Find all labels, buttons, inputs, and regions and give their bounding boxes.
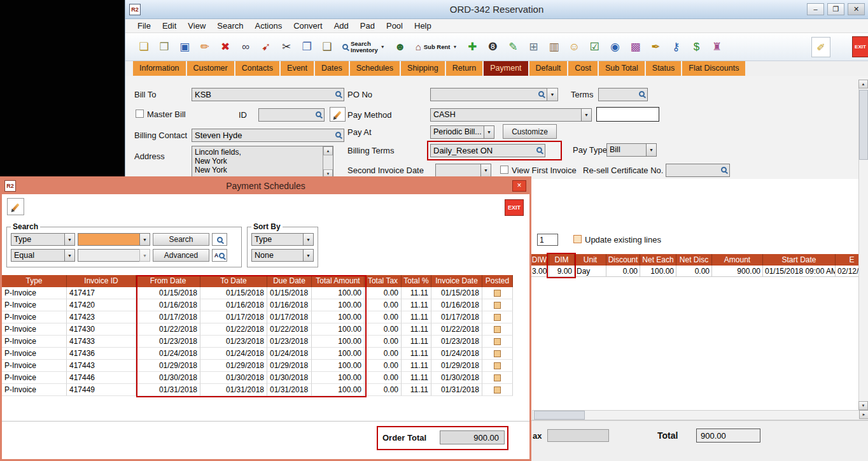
column-header[interactable]: Unit bbox=[575, 254, 606, 266]
tab-event[interactable]: Event bbox=[281, 61, 314, 76]
search-button[interactable]: Search bbox=[153, 233, 209, 246]
column-header[interactable]: Invoice ID bbox=[67, 275, 136, 287]
po-no-dropdown-button[interactable]: ▼ bbox=[547, 88, 558, 101]
export-icon[interactable]: ➹ bbox=[256, 36, 276, 59]
posted-checkbox[interactable] bbox=[494, 314, 501, 321]
table-row[interactable]: P-Invoice 417420 01/16/2018 01/16/2018 0… bbox=[2, 299, 513, 311]
copy-icon[interactable]: ❐ bbox=[297, 36, 316, 59]
resell-certificate-field[interactable] bbox=[666, 164, 730, 177]
search-lookup-button[interactable] bbox=[212, 233, 227, 246]
search-field-select[interactable]: Type ▼ bbox=[11, 233, 75, 246]
view-first-invoice-checkbox[interactable] bbox=[500, 166, 508, 174]
highlighter-icon[interactable]: ✐ bbox=[811, 37, 830, 57]
table-row[interactable]: P-Invoice 417430 01/22/2018 01/22/2018 0… bbox=[2, 323, 513, 336]
scrollbar-thumb[interactable] bbox=[534, 411, 585, 420]
column-header[interactable]: Total Amount bbox=[312, 275, 365, 287]
delete-icon[interactable]: ✖ bbox=[216, 36, 235, 59]
billing-terms-field[interactable]: Daily_Reset ON bbox=[430, 144, 545, 157]
dialog-exit-button[interactable]: EXIT bbox=[505, 199, 524, 216]
new-document-icon[interactable]: ❏ bbox=[134, 36, 153, 59]
vertical-scrollbar[interactable]: ▲ ▼ bbox=[858, 80, 868, 410]
column-header[interactable]: Net Each bbox=[640, 254, 676, 266]
column-header[interactable]: Type bbox=[2, 275, 67, 287]
search-value-select[interactable]: ▼ bbox=[78, 233, 150, 246]
edit-schedule-button[interactable] bbox=[7, 198, 24, 215]
edit-id-button[interactable] bbox=[330, 107, 346, 122]
tab-cost[interactable]: Cost bbox=[568, 61, 598, 76]
bill-to-field[interactable]: KSB bbox=[192, 88, 344, 101]
chevron-down-icon[interactable]: ▼ bbox=[303, 249, 314, 262]
scroll-down-icon[interactable]: ▼ bbox=[858, 401, 868, 410]
second-invoice-date-select[interactable]: ▼ bbox=[435, 164, 491, 177]
dialog-close-button[interactable]: × bbox=[512, 180, 526, 192]
table-row[interactable]: P-Invoice 417433 01/23/2018 01/23/2018 0… bbox=[2, 336, 513, 348]
posted-checkbox[interactable] bbox=[494, 326, 501, 333]
carts-icon[interactable]: ♜ bbox=[707, 36, 726, 59]
column-header[interactable]: Total Tax bbox=[365, 275, 402, 287]
minimize-button[interactable]: – bbox=[807, 3, 824, 15]
column-header[interactable]: DIM bbox=[549, 254, 575, 266]
posted-checkbox[interactable] bbox=[494, 302, 501, 309]
search-icon[interactable] bbox=[316, 111, 321, 117]
price-icon[interactable]: $ bbox=[687, 36, 706, 59]
paste-icon[interactable]: ❑ bbox=[318, 36, 337, 59]
tab-schedules[interactable]: Schedules bbox=[350, 61, 400, 76]
scroll-right-icon[interactable]: ► bbox=[859, 410, 868, 419]
pool-icon[interactable]: ❽ bbox=[483, 36, 502, 59]
search-icon[interactable] bbox=[536, 147, 542, 153]
chevron-down-icon[interactable]: ▼ bbox=[64, 233, 75, 246]
posted-checkbox[interactable] bbox=[494, 290, 501, 297]
posted-checkbox[interactable] bbox=[494, 387, 501, 394]
tab-contacts[interactable]: Contacts bbox=[235, 61, 279, 76]
column-header[interactable]: Posted bbox=[482, 275, 513, 287]
signature-icon[interactable]: ✒ bbox=[646, 36, 665, 59]
tab-dates[interactable]: Dates bbox=[315, 61, 349, 76]
tab-return[interactable]: Return bbox=[446, 61, 483, 76]
lines-grid-row[interactable]: 3.00 9.00 Day 0.00 100.00 0.00 900.00 01… bbox=[530, 266, 868, 277]
tab-payment[interactable]: Payment bbox=[484, 61, 528, 76]
chevron-down-icon[interactable]: ▼ bbox=[303, 233, 314, 246]
cut-icon[interactable]: ✂ bbox=[277, 36, 296, 59]
pay-method-select[interactable]: CASH ▼ bbox=[430, 108, 592, 122]
tab-shipping[interactable]: Shipping bbox=[401, 61, 445, 76]
column-header[interactable]: Amount bbox=[712, 254, 763, 266]
id-field[interactable] bbox=[258, 108, 325, 122]
update-existing-checkbox[interactable] bbox=[573, 235, 582, 243]
table-row[interactable]: P-Invoice 417417 01/15/2018 01/15/2018 0… bbox=[2, 287, 513, 299]
table-row[interactable]: P-Invoice 417446 01/30/2018 01/30/2018 0… bbox=[2, 372, 513, 384]
chevron-down-icon[interactable]: ▼ bbox=[484, 125, 494, 139]
chevron-down-icon[interactable]: ▼ bbox=[646, 143, 657, 157]
chevron-down-icon[interactable]: ▼ bbox=[139, 233, 150, 246]
line-qty-input[interactable] bbox=[537, 234, 558, 246]
posted-checkbox[interactable] bbox=[494, 350, 501, 357]
advanced-lookup-button[interactable]: A bbox=[212, 249, 227, 262]
menu-item[interactable]: Pool bbox=[381, 20, 409, 32]
table-row[interactable]: P-Invoice 417443 01/29/2018 01/29/2018 0… bbox=[2, 360, 513, 372]
column-header[interactable]: Invoice Date bbox=[431, 275, 482, 287]
terms-field[interactable] bbox=[598, 88, 648, 101]
posted-checkbox[interactable] bbox=[494, 338, 501, 345]
pay-at-select[interactable]: Periodic Bill... ▼ bbox=[430, 125, 494, 139]
add-icon[interactable]: ✚ bbox=[463, 36, 482, 59]
sub-rent-button[interactable]: ⌂ Sub Rent ▼ bbox=[411, 36, 462, 59]
column-header[interactable]: Total % bbox=[402, 275, 431, 287]
company-icon[interactable]: ▥ bbox=[544, 36, 563, 59]
chevron-down-icon[interactable]: ▼ bbox=[581, 108, 592, 122]
close-button[interactable]: ✕ bbox=[848, 3, 865, 15]
tab-information[interactable]: Information bbox=[133, 61, 186, 76]
column-header[interactable]: DIW bbox=[530, 254, 549, 266]
tab-default[interactable]: Default bbox=[529, 61, 568, 76]
posted-checkbox[interactable] bbox=[494, 374, 501, 381]
table-row[interactable]: P-Invoice 417449 01/31/2018 01/31/2018 0… bbox=[2, 384, 513, 396]
address-scrollbar[interactable]: ▲ ▼ bbox=[323, 146, 333, 178]
note-edit-icon[interactable]: ✎ bbox=[503, 36, 522, 59]
add-person-icon[interactable]: ☻ bbox=[391, 36, 410, 59]
column-header[interactable]: To Date bbox=[200, 275, 267, 287]
menu-item[interactable]: View bbox=[182, 20, 211, 32]
advanced-button[interactable]: Advanced bbox=[153, 249, 209, 262]
tab-customer[interactable]: Customer bbox=[187, 61, 234, 76]
save-icon[interactable]: ▣ bbox=[175, 36, 194, 59]
key-icon[interactable]: ⚷ bbox=[666, 36, 685, 59]
address-field[interactable]: Lincoln fields, New York New York ▲ ▼ bbox=[192, 146, 333, 179]
globe-icon[interactable]: ◉ bbox=[605, 36, 624, 59]
